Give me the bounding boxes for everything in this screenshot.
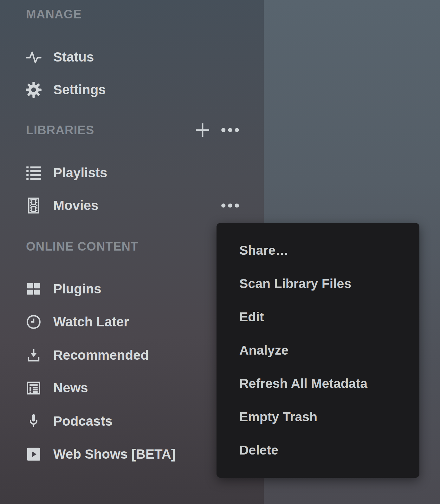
play-square-icon bbox=[25, 446, 42, 462]
section-header-libraries: LIBRARIES bbox=[26, 122, 94, 138]
menu-item-delete[interactable]: Delete bbox=[217, 434, 419, 467]
sidebar-item-label: Podcasts bbox=[53, 414, 113, 429]
gear-icon bbox=[25, 82, 42, 98]
menu-item-refresh-all-metadata[interactable]: Refresh All Metadata bbox=[217, 367, 419, 400]
pulse-icon bbox=[25, 49, 42, 65]
menu-item-scan-library-files[interactable]: Scan Library Files bbox=[217, 267, 419, 300]
news-icon bbox=[25, 380, 42, 396]
add-library-button[interactable] bbox=[194, 122, 211, 138]
ellipsis-icon bbox=[221, 201, 239, 210]
library-context-menu: Share… Scan Library Files Edit Analyze R… bbox=[217, 223, 419, 478]
add-icon bbox=[195, 122, 210, 138]
sidebar-item-status[interactable]: Status bbox=[0, 40, 264, 74]
film-icon bbox=[25, 197, 42, 214]
sidebar-item-label: Recommended bbox=[53, 348, 149, 363]
plex-app-screen: MANAGE Status Set bbox=[0, 0, 440, 504]
sidebar-item-label: Movies bbox=[53, 198, 98, 213]
movies-more-button[interactable] bbox=[220, 197, 240, 214]
sidebar-item-label: Playlists bbox=[53, 165, 107, 180]
sidebar-item-label: Settings bbox=[53, 82, 106, 97]
sidebar-item-label: Watch Later bbox=[53, 314, 129, 330]
grid-icon bbox=[25, 281, 42, 297]
section-header-manage: MANAGE bbox=[26, 7, 82, 22]
section-header-online-content: ONLINE CONTENT bbox=[26, 239, 139, 254]
libraries-more-button[interactable] bbox=[220, 122, 240, 138]
sidebar-item-settings[interactable]: Settings bbox=[0, 73, 264, 107]
sidebar-item-playlists[interactable]: Playlists bbox=[0, 156, 264, 190]
clock-icon bbox=[25, 314, 42, 330]
sidebar-item-label: Web Shows [BETA] bbox=[53, 447, 176, 462]
download-icon bbox=[25, 347, 42, 363]
sidebar-item-label: Plugins bbox=[53, 281, 101, 297]
menu-item-empty-trash[interactable]: Empty Trash bbox=[217, 400, 419, 434]
menu-item-edit[interactable]: Edit bbox=[217, 300, 419, 334]
sidebar-item-label: Status bbox=[53, 49, 94, 65]
ellipsis-icon bbox=[221, 126, 239, 134]
sidebar-item-label: News bbox=[53, 380, 88, 396]
menu-item-share[interactable]: Share… bbox=[217, 234, 419, 267]
playlist-icon bbox=[25, 165, 42, 181]
menu-item-analyze[interactable]: Analyze bbox=[217, 334, 419, 367]
microphone-icon bbox=[25, 413, 42, 429]
